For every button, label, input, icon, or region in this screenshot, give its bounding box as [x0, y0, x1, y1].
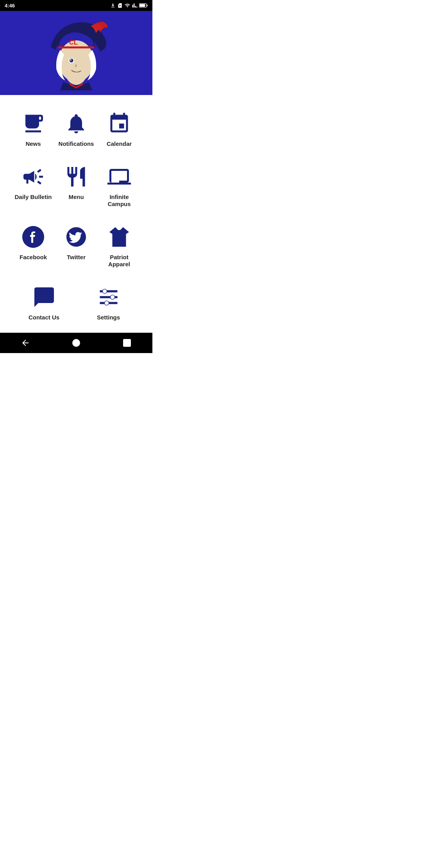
- svg-rect-1: [139, 4, 145, 7]
- sim-status-icon: [117, 3, 123, 8]
- settings-icon-wrap: [95, 283, 122, 311]
- main-grid: News Notifications Calendar Daily Bullet…: [0, 95, 152, 276]
- twitter-label: Twitter: [67, 254, 86, 261]
- svg-point-20: [105, 301, 109, 305]
- infinite-campus-button[interactable]: InfiniteCampus: [98, 159, 141, 212]
- notifications-button[interactable]: Notifications: [55, 106, 98, 151]
- patriot-apparel-button[interactable]: PatriotApparel: [98, 219, 141, 272]
- download-status-icon: [110, 3, 116, 8]
- chat-icon: [32, 285, 56, 309]
- svg-point-19: [111, 295, 114, 299]
- calendar-label: Calendar: [107, 140, 132, 147]
- news-icon: [21, 112, 45, 135]
- notifications-label: Notifications: [59, 140, 94, 147]
- svg-rect-9: [27, 120, 38, 122]
- news-label: News: [25, 140, 41, 147]
- back-icon: [21, 338, 30, 348]
- patriot-apparel-label: PatriotApparel: [108, 254, 130, 268]
- daily-bulletin-icon-wrap: [20, 163, 47, 190]
- infinite-campus-icon-wrap: [106, 163, 133, 190]
- contact-us-icon-wrap: [30, 283, 58, 311]
- calendar-icon: [107, 112, 131, 135]
- mascot-logo: CL: [41, 16, 111, 90]
- twitter-icon: [64, 225, 88, 249]
- svg-point-18: [103, 289, 107, 293]
- settings-icon: [97, 285, 120, 309]
- header-banner: CL: [0, 11, 152, 95]
- contact-us-button[interactable]: Contact Us: [27, 280, 61, 325]
- contact-us-label: Contact Us: [29, 314, 59, 321]
- twitter-button[interactable]: Twitter: [55, 219, 98, 272]
- status-time: 4:46: [5, 3, 15, 9]
- home-button[interactable]: [68, 335, 84, 351]
- svg-rect-10: [27, 124, 34, 126]
- signal-status-icon: [132, 3, 138, 8]
- status-bar: 4:46: [0, 0, 152, 11]
- svg-point-6: [70, 58, 73, 62]
- wifi-status-icon: [124, 3, 131, 8]
- laptop-icon: [107, 165, 131, 188]
- news-icon-wrap: [20, 110, 47, 137]
- back-button[interactable]: [18, 335, 33, 351]
- status-icons: [110, 3, 148, 8]
- daily-bulletin-button[interactable]: Daily Bulletin: [12, 159, 55, 212]
- calendar-icon-wrap: [106, 110, 133, 137]
- svg-text:CL: CL: [69, 38, 78, 45]
- svg-rect-2: [147, 5, 148, 7]
- svg-rect-22: [123, 339, 131, 346]
- menu-button[interactable]: Menu: [55, 159, 98, 212]
- recent-icon: [122, 338, 132, 348]
- menu-icon-wrap: [63, 163, 90, 190]
- recent-apps-button[interactable]: [119, 335, 135, 351]
- facebook-icon-wrap: [20, 223, 47, 251]
- twitter-icon-wrap: [63, 223, 90, 251]
- svg-point-7: [70, 59, 71, 60]
- facebook-button[interactable]: Facebook: [12, 219, 55, 272]
- patriot-apparel-icon-wrap: [106, 223, 133, 251]
- calendar-button[interactable]: Calendar: [98, 106, 141, 151]
- news-button[interactable]: News: [12, 106, 55, 151]
- daily-bulletin-label: Daily Bulletin: [14, 194, 52, 201]
- bottom-grid: Contact Us Settings: [0, 276, 152, 333]
- fork-knife-icon: [64, 165, 88, 188]
- megaphone-icon: [21, 165, 45, 188]
- bell-icon: [64, 112, 88, 135]
- facebook-label: Facebook: [20, 254, 47, 261]
- settings-label: Settings: [97, 314, 120, 321]
- battery-status-icon: [139, 3, 148, 8]
- shirt-icon: [107, 225, 131, 249]
- svg-point-21: [73, 339, 80, 346]
- infinite-campus-label: InfiniteCampus: [107, 194, 131, 208]
- settings-button[interactable]: Settings: [93, 280, 124, 325]
- home-icon: [72, 338, 81, 348]
- nav-bar: [0, 333, 152, 353]
- notifications-icon-wrap: [63, 110, 90, 137]
- facebook-icon: [21, 225, 45, 249]
- svg-rect-8: [27, 117, 38, 119]
- menu-label: Menu: [68, 194, 84, 201]
